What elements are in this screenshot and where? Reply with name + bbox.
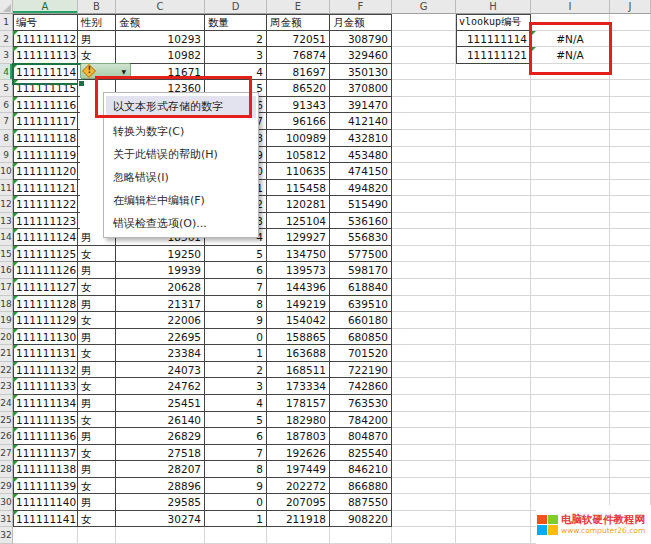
cell-G18[interactable] [392,296,456,313]
cell-C29[interactable]: 28896 [116,478,205,495]
cell-J24[interactable] [610,395,651,412]
cell-I19[interactable] [531,312,610,329]
cell-F2[interactable]: 308790 [330,31,392,48]
cell-E14[interactable]: 129927 [267,229,330,246]
cell-I3[interactable]: #N/A [531,47,610,64]
cell-B29[interactable]: 女 [78,478,116,495]
cell-I4[interactable] [531,64,610,81]
cell-I9[interactable] [531,147,610,164]
column-header-A[interactable]: A [13,0,78,14]
cell-A6[interactable]: 111111116 [13,97,78,114]
cell-I16[interactable] [531,262,610,279]
cell-H8[interactable] [456,130,531,147]
cell-A24[interactable]: 111111134 [13,395,78,412]
cell-B32[interactable] [78,527,116,544]
row-header-14[interactable]: 14 [0,229,13,246]
row-header-9[interactable]: 9 [0,147,13,164]
row-header-6[interactable]: 6 [0,97,13,114]
cell-F17[interactable]: 618840 [330,279,392,296]
cell-B18[interactable]: 男 [78,296,116,313]
cell-H16[interactable] [456,262,531,279]
cell-A16[interactable]: 111111126 [13,262,78,279]
column-header-G[interactable]: G [392,0,456,14]
cell-J26[interactable] [610,428,651,445]
cell-E15[interactable]: 134750 [267,246,330,263]
cell-G9[interactable] [392,147,456,164]
cell-G4[interactable] [392,64,456,81]
cell-E31[interactable]: 211918 [267,511,330,528]
cell-H31[interactable] [456,511,531,528]
cell-C31[interactable]: 30274 [116,511,205,528]
cell-I7[interactable] [531,113,610,130]
cell-A12[interactable]: 111111122 [13,196,78,213]
cell-A27[interactable]: 111111137 [13,445,78,462]
cell-I17[interactable] [531,279,610,296]
cell-F32[interactable] [330,527,392,544]
row-header-30[interactable]: 30 [0,494,13,511]
cell-E13[interactable]: 125104 [267,213,330,230]
cell-H32[interactable] [456,527,531,544]
cell-D1[interactable]: 数量 [205,14,267,31]
cell-I29[interactable] [531,478,610,495]
cell-H20[interactable] [456,329,531,346]
column-header-H[interactable]: H [456,0,531,14]
cell-A11[interactable]: 111111121 [13,180,78,197]
cell-A21[interactable]: 111111131 [13,345,78,362]
cell-B31[interactable]: 女 [78,511,116,528]
menu-item-convert-to-number[interactable]: 转换为数字(C) [104,120,258,143]
cell-G10[interactable] [392,163,456,180]
cell-B1[interactable]: 性别 [78,14,116,31]
cell-B17[interactable]: 女 [78,279,116,296]
row-header-24[interactable]: 24 [0,395,13,412]
cell-H17[interactable] [456,279,531,296]
cell-E9[interactable]: 105812 [267,147,330,164]
cell-H13[interactable] [456,213,531,230]
row-header-25[interactable]: 25 [0,412,13,429]
cell-G7[interactable] [392,113,456,130]
cell-I20[interactable] [531,329,610,346]
cell-I28[interactable] [531,461,610,478]
cell-J15[interactable] [610,246,651,263]
cell-E7[interactable]: 96166 [267,113,330,130]
row-header-5[interactable]: 5 [0,80,13,97]
row-header-23[interactable]: 23 [0,378,13,395]
cell-I1[interactable] [531,14,610,31]
row-header-11[interactable]: 11 [0,180,13,197]
cell-H10[interactable] [456,163,531,180]
row-header-13[interactable]: 13 [0,213,13,230]
row-header-22[interactable]: 22 [0,362,13,379]
cell-E18[interactable]: 149219 [267,296,330,313]
cell-E25[interactable]: 182980 [267,412,330,429]
menu-item-help-on-error[interactable]: 关于此错误的帮助(H) [104,143,258,166]
cell-E1[interactable]: 周金额 [267,14,330,31]
cell-D29[interactable]: 9 [205,478,267,495]
cell-B25[interactable]: 女 [78,412,116,429]
cell-H25[interactable] [456,412,531,429]
cell-G25[interactable] [392,412,456,429]
cell-G12[interactable] [392,196,456,213]
cell-J12[interactable] [610,196,651,213]
row-header-20[interactable]: 20 [0,329,13,346]
cell-E5[interactable]: 86520 [267,80,330,97]
cell-B21[interactable]: 女 [78,345,116,362]
cell-A28[interactable]: 111111138 [13,461,78,478]
cell-F19[interactable]: 660180 [330,312,392,329]
cell-G32[interactable] [392,527,456,544]
cell-C17[interactable]: 20628 [116,279,205,296]
cell-F29[interactable]: 866880 [330,478,392,495]
cell-B27[interactable]: 女 [78,445,116,462]
cell-H21[interactable] [456,345,531,362]
cell-G11[interactable] [392,180,456,197]
cell-A14[interactable]: 111111124 [13,229,78,246]
cell-C18[interactable]: 21317 [116,296,205,313]
cell-H1[interactable]: vlookup编号 [456,14,531,31]
cell-J4[interactable] [610,64,651,81]
cell-A25[interactable]: 111111135 [13,412,78,429]
cell-A22[interactable]: 111111132 [13,362,78,379]
cell-E32[interactable] [267,527,330,544]
row-header-26[interactable]: 26 [0,428,13,445]
cell-H18[interactable] [456,296,531,313]
cell-H3[interactable]: 111111121 [456,47,531,64]
cell-F7[interactable]: 412140 [330,113,392,130]
cell-A26[interactable]: 111111136 [13,428,78,445]
